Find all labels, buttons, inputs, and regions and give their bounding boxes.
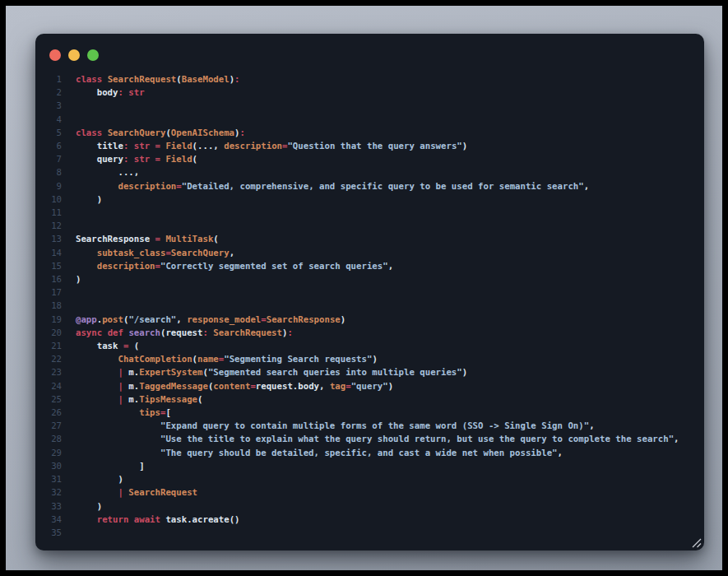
window-titlebar	[35, 34, 704, 61]
line-number: 8	[35, 166, 62, 179]
zoom-button[interactable]	[87, 49, 99, 61]
line-number: 10	[35, 193, 62, 207]
code-text: @app.post("/search", response_model=Sear…	[62, 314, 345, 325]
code-text: return await task.acreate()	[62, 514, 240, 525]
line-number: 12	[35, 220, 62, 233]
code-line: 3	[35, 100, 704, 113]
code-text: description="Detailed, comprehensive, an…	[62, 181, 589, 192]
line-number: 26	[35, 406, 62, 420]
line-number: 21	[35, 340, 62, 353]
code-line: 26 tips=[	[35, 406, 704, 420]
code-line: 29 "The query should be detailed, specif…	[35, 447, 704, 460]
line-number: 34	[35, 513, 62, 527]
code-line: 6 title: str = Field(..., description="Q…	[35, 140, 704, 153]
code-line: 30 ]	[35, 460, 704, 473]
code-text	[62, 100, 76, 111]
code-text: )	[62, 274, 81, 285]
line-number: 22	[35, 353, 62, 366]
code-line: 13SearchResponse = MultiTask(	[35, 233, 704, 246]
code-line: 11	[35, 207, 704, 220]
code-text: class SearchRequest(BaseModel):	[62, 74, 240, 85]
line-number: 11	[35, 207, 62, 220]
line-number: 29	[35, 447, 62, 460]
code-text	[62, 221, 76, 231]
code-text: task = (	[62, 341, 139, 351]
code-area: 1class SearchRequest(BaseModel):2 body: …	[35, 73, 704, 546]
code-line: 17	[35, 286, 704, 300]
code-text: | m.TipsMessage(	[62, 394, 202, 405]
code-line: 33 )	[35, 500, 704, 513]
code-text: subtask_class=SearchQuery,	[62, 248, 234, 258]
line-number: 24	[35, 380, 62, 393]
code-line: 14 subtask_class=SearchQuery,	[35, 247, 704, 260]
line-number: 16	[35, 273, 62, 286]
code-line: 23 | m.ExpertSystem("Segmented search qu…	[35, 366, 704, 379]
code-text: "Expand query to contain multiple forms …	[62, 420, 595, 431]
line-number: 6	[35, 140, 62, 153]
line-number: 27	[35, 420, 62, 433]
line-number: 28	[35, 433, 62, 446]
code-line: 16)	[35, 273, 704, 286]
code-text: description="Correctly segmented set of …	[62, 261, 393, 272]
line-number: 18	[35, 300, 62, 313]
code-editor-window: 1class SearchRequest(BaseModel):2 body: …	[35, 34, 704, 550]
code-text: tips=[	[62, 407, 171, 418]
code-line: 27 "Expand query to contain multiple for…	[35, 420, 704, 433]
code-line: 1class SearchRequest(BaseModel):	[35, 73, 704, 86]
code-line: 4	[35, 114, 704, 127]
code-line: 12	[35, 220, 704, 233]
code-text	[62, 114, 76, 125]
line-number: 1	[35, 73, 62, 86]
line-number: 9	[35, 180, 62, 193]
line-number: 7	[35, 153, 62, 166]
code-line: 8 ...,	[35, 166, 704, 179]
code-line: 15 description="Correctly segmented set …	[35, 260, 704, 273]
code-text: | m.ExpertSystem("Segmented search queri…	[62, 367, 467, 378]
line-number: 35	[35, 527, 62, 540]
code-text: ...,	[62, 167, 139, 178]
line-number: 4	[35, 114, 62, 127]
code-text: )	[62, 474, 123, 485]
code-line: 22 ChatCompletion(name="Segmenting Searc…	[35, 353, 704, 366]
code-text	[62, 287, 76, 298]
close-button[interactable]	[49, 49, 61, 61]
code-line: 25 | m.TipsMessage(	[35, 393, 704, 406]
code-text: class SearchQuery(OpenAISchema):	[62, 128, 245, 138]
line-number: 13	[35, 233, 62, 246]
code-text: )	[62, 194, 102, 205]
code-line: 7 query: str = Field(	[35, 153, 704, 166]
code-line: 5class SearchQuery(OpenAISchema):	[35, 127, 704, 140]
code-text: "The query should be detailed, specific,…	[62, 448, 563, 458]
code-line: 35	[35, 527, 704, 540]
code-text	[62, 300, 76, 311]
line-number: 17	[35, 286, 62, 300]
line-number: 15	[35, 260, 62, 273]
code-line: 19@app.post("/search", response_model=Se…	[35, 314, 704, 327]
line-number: 33	[35, 500, 62, 513]
line-number: 25	[35, 393, 62, 406]
code-line: 10 )	[35, 193, 704, 207]
code-line: 20async def search(request: SearchReques…	[35, 327, 704, 340]
resize-handle-icon[interactable]	[691, 537, 702, 549]
line-number: 3	[35, 100, 62, 113]
code-text: query: str = Field(	[62, 154, 197, 165]
code-text	[62, 527, 76, 538]
line-number: 19	[35, 314, 62, 327]
line-number: 2	[35, 86, 62, 100]
code-line: 9 description="Detailed, comprehensive, …	[35, 180, 704, 193]
code-line: 28 "Use the title to explain what the qu…	[35, 433, 704, 446]
code-text: async def search(request: SearchRequest)…	[62, 327, 293, 338]
code-text: )	[62, 501, 102, 512]
code-text: "Use the title to explain what the query…	[62, 434, 679, 444]
code-line: 31 )	[35, 473, 704, 486]
code-line: 34 return await task.acreate()	[35, 513, 704, 527]
line-number: 20	[35, 327, 62, 340]
minimize-button[interactable]	[68, 49, 80, 61]
line-number: 14	[35, 247, 62, 260]
line-number: 23	[35, 366, 62, 379]
code-text: | m.TaggedMessage(content=request.body, …	[62, 381, 393, 392]
code-text: | SearchRequest	[62, 487, 197, 498]
line-number: 31	[35, 473, 62, 486]
code-line: 32 | SearchRequest	[35, 486, 704, 499]
line-number: 30	[35, 460, 62, 473]
